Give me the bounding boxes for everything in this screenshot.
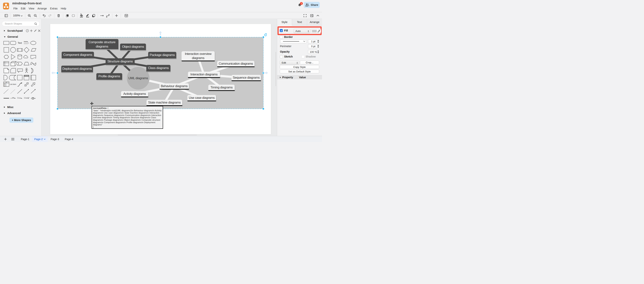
svg-text:Item 1: Item 1: [4, 83, 6, 84]
svg-text:List Item: List Item: [10, 83, 16, 85]
svg-text:Label: Label: [20, 97, 21, 98]
svg-text:Target: Target: [28, 97, 30, 98]
svg-text:Item 2: Item 2: [4, 84, 6, 85]
svg-text:Source: Source: [17, 97, 20, 98]
svg-text:Heading: Heading: [24, 41, 28, 42]
svg-text:Item 3: Item 3: [4, 86, 6, 86]
svg-text:List: List: [6, 82, 7, 83]
svg-text:?: ?: [27, 30, 28, 32]
svg-text:Label: Label: [12, 97, 14, 98]
svg-text:Text: Text: [18, 42, 22, 44]
